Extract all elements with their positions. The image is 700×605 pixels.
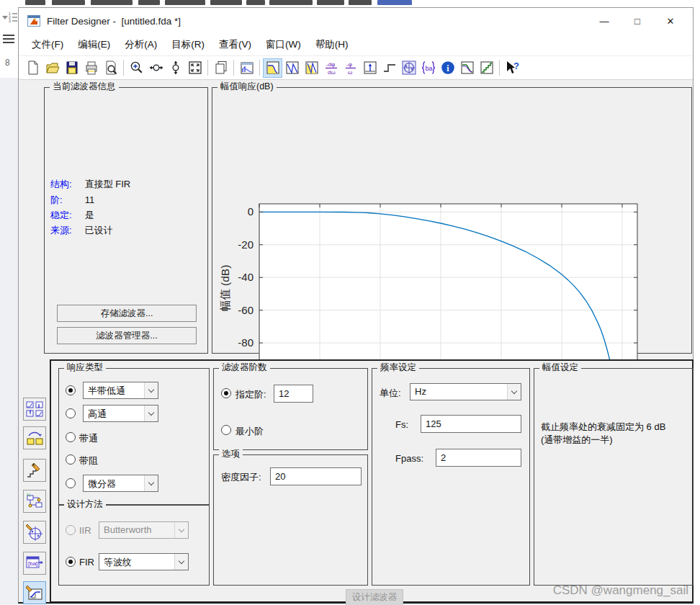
frequency-specs-group: 频率设定 单位: Hz Fs: Fpass: [372,368,530,586]
highpass-type-select[interactable]: 高通 [83,405,158,422]
radio-specify-order[interactable] [221,388,231,398]
radio-bandstop[interactable] [66,454,76,465]
filter-info-row: 来源: 已设计 [50,224,113,237]
zoom-x-icon[interactable] [146,58,166,78]
zoom-in-icon[interactable] [127,58,146,78]
radio-fir[interactable] [66,557,76,567]
fir-method-select[interactable]: 等波纹 [99,553,189,570]
radio-iir[interactable] [66,525,76,535]
radio-differentiator[interactable] [66,478,76,488]
minimize-button[interactable]: — [588,8,621,34]
radio-lowpass[interactable] [66,385,76,395]
svg-text:0: 0 [248,205,253,218]
fpass-label: Fpass: [395,453,423,464]
magnitude-response-icon[interactable] [263,58,282,78]
svg-text:⅟₂: ⅟₂ [27,493,31,497]
filter-specs-icon[interactable] [237,58,256,78]
overlay-responses-icon[interactable] [457,58,477,78]
background-clipped-text [317,0,344,5]
toolbar-separator [233,60,234,76]
multirate-icon[interactable] [23,398,46,421]
menu-help[interactable]: 帮助(H) [308,35,356,54]
fs-input[interactable] [421,415,521,433]
background-panel [0,78,18,605]
quantize-parameters-icon[interactable] [23,459,46,482]
context-help-icon[interactable]: ? [503,58,522,78]
impulse-response-icon[interactable] [360,58,380,78]
menu-view[interactable]: 查看(V) [212,35,259,54]
phase-delay-icon[interactable]: -φω [341,58,360,78]
svg-text:ba: ba [425,65,432,72]
info-label: 结构: [50,178,82,191]
import-filter-icon[interactable]: [ba] [23,552,46,575]
filter-info-icon[interactable]: i [438,58,457,78]
specify-order-input[interactable] [274,385,313,403]
menu-targets[interactable]: 目标(R) [164,35,212,54]
radio-highpass[interactable] [66,408,76,418]
print-preview-icon[interactable] [101,58,120,78]
density-factor-label: 密度因子: [221,471,261,484]
differentiator-type-select[interactable]: 微分器 [83,475,158,492]
current-filter-info-panel: 当前滤波器信息 结构: 直接型 FIR 阶: 11 稳定: 是 来源: 已设计 … [44,87,208,354]
radio-bandpass[interactable] [66,432,76,442]
chevron-down-icon [174,522,188,538]
group-delay-icon[interactable]: -dφdω [321,58,341,78]
menu-file[interactable]: 文件(F) [24,35,71,54]
group-title: 频率设定 [377,362,419,373]
zoom-y-icon[interactable] [166,58,185,78]
menu-window[interactable]: 窗口(W) [259,35,308,54]
menu-analysis[interactable]: 分析(A) [117,35,164,54]
menu-edit[interactable]: 编辑(E) [71,35,117,54]
info-label: 阶: [50,194,82,207]
chevron-down-icon [174,554,188,570]
duplicate-icon[interactable] [211,58,230,78]
filter-manager-button[interactable]: 滤波器管理器... [57,327,197,344]
fir-label: FIR [79,557,94,568]
pole-zero-editor-icon[interactable] [23,521,46,544]
store-filter-button[interactable]: 存储滤波器... [57,305,197,322]
titlebar[interactable]: Filter Designer - [untitled.fda *] — □ ✕ [19,8,693,34]
design-filter-icon[interactable] [23,581,46,604]
quantize-steps-icon[interactable] [477,58,496,78]
magnitude-phase-icon[interactable] [302,58,321,78]
units-select[interactable]: Hz [410,383,521,400]
full-view-icon[interactable] [185,58,205,78]
background-clipped-text [269,0,313,5]
chevron-down-icon [144,382,158,398]
iir-method-select[interactable]: Butterworth [99,521,189,539]
step-response-icon[interactable] [380,58,399,78]
svg-text:-dφ: -dφ [326,61,335,68]
print-icon[interactable] [81,58,101,78]
fpass-input[interactable] [436,449,521,467]
toolbar-separator [123,60,124,76]
realize-model-icon[interactable]: ⅟₂ [23,490,46,513]
design-method-group: 设计方法 IIR Butterworth FIR 等波纹 [58,505,210,586]
window-title: Filter Designer - [untitled.fda *] [47,16,181,27]
filter-order-group: 滤波器阶数 指定阶: 最小阶 [213,368,368,450]
pole-zero-icon[interactable] [399,58,418,78]
response-type-group: 响应类型 半带低通 高通 带通 带阻 微分器 [58,368,210,505]
transform-filter-icon[interactable] [23,426,46,449]
background-clipped-text [210,0,242,5]
open-icon[interactable] [42,58,62,78]
phase-response-icon[interactable] [282,58,302,78]
svg-text:-φ: -φ [346,61,352,68]
new-icon[interactable] [23,58,42,78]
close-button[interactable]: ✕ [654,8,687,34]
density-factor-input[interactable] [270,467,362,485]
coefficients-icon[interactable]: ba [418,58,438,78]
background-clipped-text [246,0,265,5]
fs-label: Fs: [395,419,408,430]
menubar: 文件(F) 编辑(E) 分析(A) 目标(R) 查看(V) 窗口(W) 帮助(H… [19,34,693,55]
background-clipped-text [91,0,133,5]
save-icon[interactable] [62,58,81,78]
info-label: 来源: [50,224,82,237]
editor-line-number: 8 [5,58,10,68]
radio-minimum-order[interactable] [221,425,231,435]
design-filter-button[interactable]: 设计滤波器 [346,589,403,605]
info-label: 稳定: [50,209,82,222]
lowpass-type-select[interactable]: 半带低通 [83,382,158,399]
chevron-down-icon [144,405,158,421]
info-value: 已设计 [85,225,113,236]
maximize-button[interactable]: □ [621,8,654,34]
